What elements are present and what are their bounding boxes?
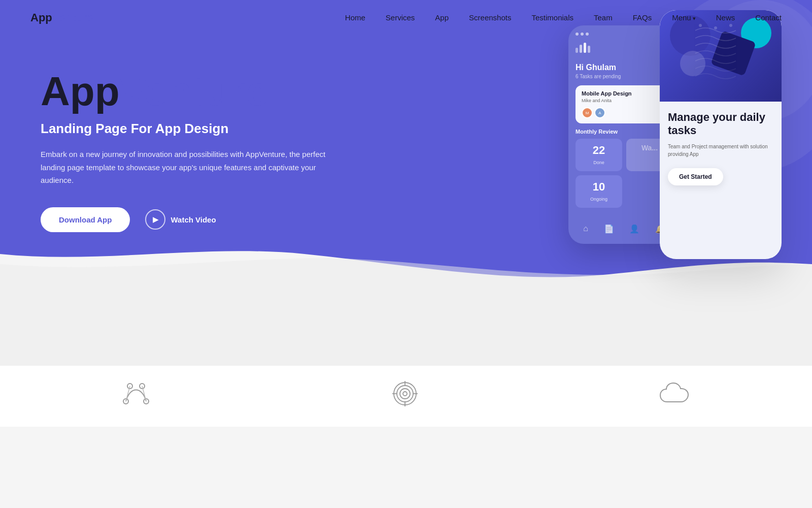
nav-item-home[interactable]: Home — [345, 13, 365, 22]
svg-rect-3 — [576, 48, 578, 53]
home-nav-icon: ⌂ — [583, 224, 588, 234]
watch-video-label: Watch Video — [171, 215, 216, 224]
phone-project-card: Mobile App Design Mike and Anita M A — [576, 85, 673, 123]
svg-rect-6 — [588, 46, 590, 53]
hero-subtitle: Landing Page For App Design — [41, 121, 340, 137]
stat-ongoing: 10 Ongoing — [576, 175, 622, 208]
get-started-button[interactable]: Get Started — [668, 168, 723, 185]
navbar: AppVenture Home Services App Screenshots… — [0, 0, 812, 36]
phone-front-mockup: Manage your daily tasks Team and Project… — [660, 10, 782, 259]
bottom-icon-cloud — [659, 383, 692, 405]
chart-icon — [576, 41, 673, 56]
nav-item-testimonials[interactable]: Testimonials — [531, 13, 573, 22]
stat-ongoing-label: Ongoing — [590, 197, 607, 202]
phone-card-title: Mobile App Design — [582, 90, 667, 97]
stats-grid: 22 Done Wa... 10 Ongoing — [576, 139, 673, 208]
hero-title-app: App — [41, 69, 120, 114]
hero-description: Embark on a new journey of innovation an… — [41, 148, 340, 187]
avatar-2: A — [594, 107, 605, 118]
avatar-group: M A — [582, 107, 667, 118]
svg-point-19 — [403, 392, 407, 396]
cloud-icon — [659, 383, 692, 405]
target-icon — [392, 381, 418, 406]
doc-nav-icon: 📄 — [604, 224, 614, 234]
hero-buttons: Download App ▶ Watch Video — [41, 207, 340, 232]
manage-title: Manage your daily tasks — [668, 111, 773, 138]
logo[interactable]: AppVenture — [30, 11, 93, 24]
stat-done-label: Done — [593, 160, 604, 165]
phone-card-sub: Mike and Anita — [582, 98, 667, 103]
section-label: Monthly Review — [576, 129, 673, 135]
nav-item-services[interactable]: Services — [386, 13, 415, 22]
logo-venture: Venture — [52, 11, 93, 24]
stat-ongoing-num: 10 — [581, 180, 617, 194]
download-app-button[interactable]: Download App — [41, 207, 130, 232]
hero-title-venture: Venture — [120, 69, 268, 114]
nav-item-news[interactable]: News — [716, 13, 735, 22]
hero-title-big: AppVenture — [41, 71, 340, 112]
stat-done: 22 Done — [576, 139, 622, 171]
svg-rect-5 — [584, 43, 586, 53]
logo-app: App — [30, 11, 52, 24]
nav-item-menu[interactable]: Menu — [672, 13, 696, 22]
manage-desc: Team and Project management with solutio… — [668, 143, 773, 158]
nav-item-team[interactable]: Team — [594, 13, 613, 22]
svg-rect-4 — [580, 45, 582, 53]
svg-point-18 — [400, 389, 410, 399]
bottom-icons-section — [0, 361, 812, 427]
phones-container: Hi Ghulam 6 Tasks are pending Mobile App… — [568, 10, 782, 259]
nav-item-faqs[interactable]: FAQs — [633, 13, 652, 22]
stat-done-num: 22 — [581, 144, 617, 157]
user-nav-icon: 👤 — [629, 224, 639, 234]
phone-nav-bar: ⌂ 📄 👤 🔔 — [576, 219, 673, 237]
phone-front-body: Manage your daily tasks Team and Project… — [660, 102, 782, 195]
nav-links: Home Services App Screenshots Testimonia… — [345, 13, 782, 22]
phone-greeting: Hi Ghulam — [576, 63, 673, 72]
avatar-1: M — [582, 107, 593, 118]
watch-video-button[interactable]: ▶ Watch Video — [145, 209, 216, 230]
hero-section: AppVenture Landing Page For App Design E… — [0, 0, 812, 366]
nav-item-app[interactable]: App — [435, 13, 449, 22]
bottom-icon-bezier — [121, 381, 151, 406]
nav-item-contact[interactable]: Contact — [755, 13, 782, 22]
svg-point-17 — [397, 386, 413, 402]
bezier-icon — [121, 381, 151, 406]
bottom-icon-target — [392, 381, 418, 406]
phone-tasks: 6 Tasks are pending — [576, 74, 673, 79]
play-icon: ▶ — [145, 209, 165, 230]
nav-item-screenshots[interactable]: Screenshots — [469, 13, 511, 22]
